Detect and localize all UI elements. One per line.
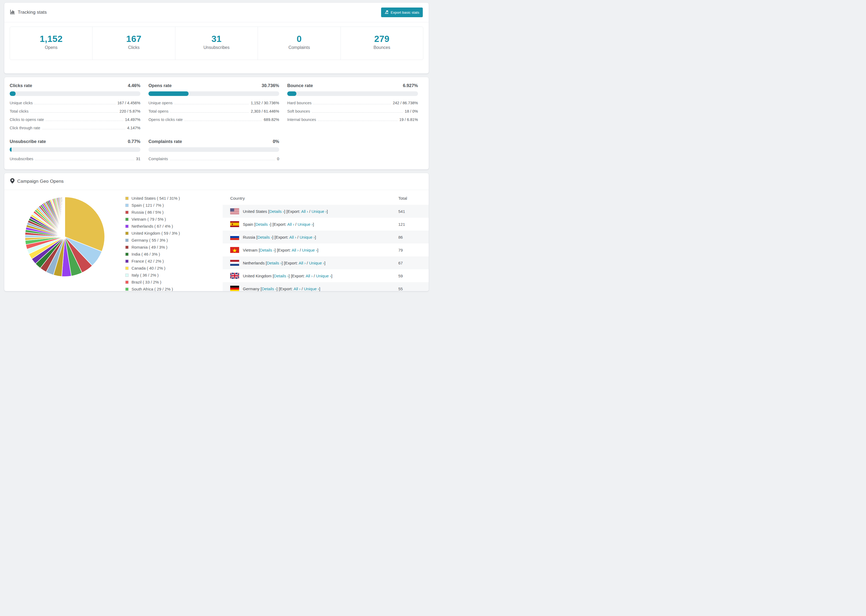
legend-color-chip: [125, 259, 129, 263]
country-name: Spain [: [243, 222, 255, 226]
rate-title: Opens rate: [148, 83, 172, 88]
rate-value: 30.736%: [262, 83, 279, 88]
rate-row: Click through rate4.147%: [10, 126, 140, 130]
legend-label: Vietnam ( 79 / 5% ): [132, 217, 166, 222]
export-all-link[interactable]: All ›: [293, 286, 301, 291]
table-row: United States [Details ›] [Export: All ›…: [223, 205, 429, 218]
legend-color-chip: [125, 225, 129, 228]
separator: /: [301, 286, 304, 291]
export-unique-link[interactable]: Unique ›: [298, 222, 313, 226]
details-link[interactable]: Details ›: [260, 248, 275, 252]
export-unique-link[interactable]: Unique ›: [309, 261, 324, 265]
separator: /: [313, 273, 316, 278]
rate-row-label: Complaints: [148, 157, 168, 161]
rate-value: 6.927%: [403, 83, 418, 88]
legend-item: United Kingdom ( 59 / 3% ): [125, 231, 223, 236]
rate-row-value: 1,152 / 30.736%: [251, 101, 279, 105]
export-prefix: ] [Export:: [282, 261, 299, 265]
total-cell: 55: [398, 286, 429, 291]
legend-color-chip: [125, 253, 129, 256]
country-name: Netherlands [: [243, 261, 267, 265]
rate-row-label: Soft bounces: [287, 109, 310, 113]
country-cell: Vietnam [Details ›] [Export: All › / Uni…: [223, 247, 398, 253]
export-all-link[interactable]: All ›: [301, 209, 308, 214]
flag-ru-icon: [230, 234, 239, 240]
geo-table: Country Total United States [Details ›] …: [223, 190, 429, 291]
column-header-total: Total: [398, 196, 429, 201]
rate-section: Clicks rate4.46%Unique clicks167 / 4.456…: [10, 83, 140, 130]
details-link[interactable]: Details ›: [274, 273, 288, 278]
rate-rows: Complaints0: [148, 157, 279, 161]
rate-row-label: Opens to clicks rate: [148, 118, 183, 122]
legend-label: India ( 46 / 3% ): [132, 252, 160, 256]
details-link[interactable]: Details ›: [255, 222, 270, 226]
separator: /: [296, 235, 299, 239]
legend-label: Netherlands ( 67 / 4% ): [132, 224, 173, 228]
total-cell: 541: [398, 209, 429, 214]
bracket-close: ]: [319, 286, 320, 291]
details-link[interactable]: Details ›: [257, 235, 272, 239]
export-unique-link[interactable]: Unique ›: [304, 286, 319, 291]
export-all-link[interactable]: All ›: [291, 248, 299, 252]
export-unique-link[interactable]: Unique ›: [302, 248, 317, 252]
stat-value: 279: [341, 34, 423, 44]
country-name: United States [: [243, 209, 269, 214]
country-links: Vietnam [Details ›] [Export: All › / Uni…: [243, 248, 318, 252]
stat-cell: 1,152Opens: [10, 27, 92, 60]
export-all-link[interactable]: All ›: [299, 261, 306, 265]
details-link[interactable]: Details ›: [262, 286, 277, 291]
tracking-stats-card: Tracking stats Export basic stats 1,152O…: [4, 2, 429, 74]
rate-rows: Hard bounces242 / 86.738%Soft bounces18 …: [287, 101, 418, 122]
export-unique-link[interactable]: Unique ›: [299, 235, 315, 239]
export-all-link[interactable]: All ›: [305, 273, 313, 278]
rate-row-value: 167 / 4.456%: [118, 101, 140, 105]
legend-color-chip: [125, 246, 129, 249]
legend-item: South Africa ( 29 / 2% ): [125, 287, 223, 291]
total-cell: 121: [398, 222, 429, 226]
country-links: Russia [Details ›] [Export: All › / Uniq…: [243, 235, 316, 239]
table-row: Netherlands [Details ›] [Export: All › /…: [223, 256, 429, 269]
export-unique-link[interactable]: Unique ›: [312, 209, 327, 214]
geo-pie-chart[interactable]: [23, 194, 107, 280]
dotted-leader: [170, 112, 249, 113]
country-cell: Spain [Details ›] [Export: All › / Uniqu…: [223, 221, 398, 227]
flag-gb-icon: [230, 273, 239, 279]
page: Tracking stats Export basic stats 1,152O…: [0, 0, 433, 291]
stat-value: 31: [175, 34, 258, 44]
rate-rows: Unique opens1,152 / 30.736%Total opens2,…: [148, 101, 279, 122]
export-all-link[interactable]: All ›: [290, 235, 296, 239]
rate-row-value: 2,303 / 61.446%: [251, 109, 279, 113]
legend-item: Netherlands ( 67 / 4% ): [125, 224, 223, 228]
rate-rows: Unique clicks167 / 4.456%Total clicks220…: [10, 101, 140, 130]
rate-row-value: 242 / 86.738%: [393, 101, 418, 105]
dotted-leader: [46, 121, 123, 121]
details-link[interactable]: Details ›: [269, 209, 284, 214]
geo-table-header: Country Total: [223, 192, 429, 205]
rate-row: Total clicks220 / 5.87%: [10, 109, 140, 114]
stat-cell: 167Clicks: [92, 27, 175, 60]
country-links: United States [Details ›] [Export: All ›…: [243, 209, 328, 214]
separator: /: [308, 209, 312, 214]
export-all-link[interactable]: All ›: [287, 222, 294, 226]
bracket-close: ]: [327, 209, 328, 214]
legend-label: Spain ( 121 / 7% ): [132, 203, 164, 207]
rate-row: Opens to clicks rate689.82%: [148, 118, 279, 122]
legend-item: Germany ( 55 / 3% ): [125, 238, 223, 242]
bracket-close: ]: [331, 273, 332, 278]
country-cell: United Kingdom [Details ›] [Export: All …: [223, 273, 398, 279]
rate-row-value: 689.82%: [264, 118, 279, 122]
stat-value: 0: [258, 34, 340, 44]
export-basic-stats-button[interactable]: Export basic stats: [381, 8, 423, 17]
stat-cell: 279Bounces: [340, 27, 423, 60]
rate-section-header: Opens rate30.736%: [148, 83, 279, 88]
legend-item: Vietnam ( 79 / 5% ): [125, 217, 223, 222]
details-link[interactable]: Details ›: [267, 261, 282, 265]
separator: /: [305, 261, 309, 265]
country-name: United Kingdom [: [243, 273, 274, 278]
progress-bar: [10, 147, 140, 152]
legend-color-chip: [125, 211, 129, 214]
export-unique-link[interactable]: Unique ›: [316, 273, 331, 278]
stat-value: 1,152: [10, 34, 92, 44]
legend-label: France ( 42 / 2% ): [132, 259, 164, 263]
country-links: United Kingdom [Details ›] [Export: All …: [243, 273, 332, 278]
